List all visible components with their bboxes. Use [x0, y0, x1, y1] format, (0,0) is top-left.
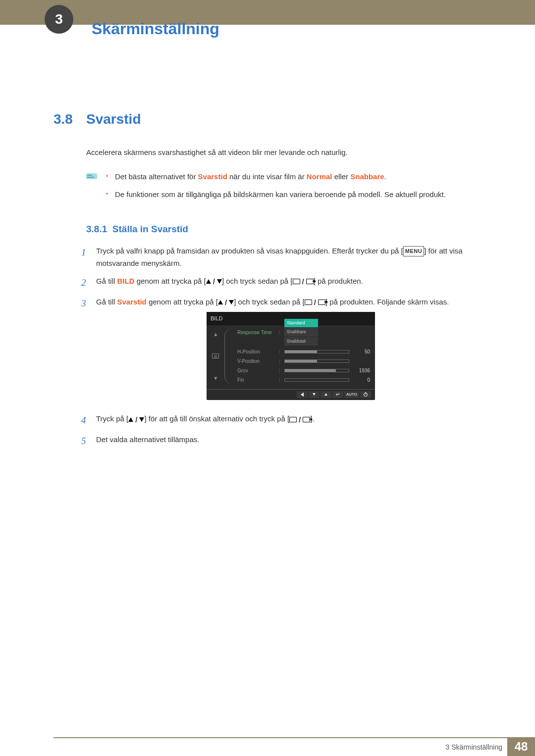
- section-number: 3.8: [54, 111, 86, 127]
- osd-down-arrow-icon: ▾: [214, 373, 217, 384]
- osd-item-label: Fin: [237, 376, 276, 384]
- osd-nav-bar: ↵ AUTO: [207, 389, 375, 398]
- step-body: Det valda alternativet tillämpas.: [96, 433, 485, 446]
- text: Gå till: [96, 298, 117, 306]
- subsection-heading: 3.8.1 Ställa in Svarstid: [86, 224, 485, 235]
- osd-nav-power-icon: [360, 391, 371, 398]
- footer: 3 Skärminställning 48: [0, 737, 535, 756]
- svg-rect-1: [87, 175, 92, 176]
- subsection-title: Ställa in Svarstid: [112, 224, 188, 234]
- note-item: De funktioner som är tillgängliga på bil…: [106, 189, 485, 201]
- chapter-badge: 3: [45, 5, 73, 34]
- updown-icon: /: [128, 416, 144, 423]
- osd-option: Snabbare: [284, 328, 318, 337]
- source-enter-icon: /: [289, 416, 310, 423]
- text: när du inte visar film är: [227, 172, 307, 181]
- osd-item-label: Grov: [237, 366, 276, 375]
- footer-text: 3 Skärminställning: [54, 737, 507, 756]
- note-item: Det bästa alternativet för Svarstid när …: [106, 171, 485, 183]
- step-number: 2: [81, 275, 96, 291]
- step-body: Tryck på valfri knapp på framsidan av pr…: [96, 245, 485, 270]
- osd-picture-icon: ▥: [212, 353, 219, 358]
- page-number: 48: [507, 737, 535, 756]
- step-body: Gå till BILD genom att trycka på [/] och…: [96, 275, 485, 288]
- highlight: Snabbare: [350, 172, 384, 181]
- text: ] och tryck sedan på [: [234, 298, 305, 306]
- section-title: Svarstid: [86, 111, 141, 127]
- osd-value: 50: [355, 348, 370, 356]
- steps-list: 1 Tryck på valfri knapp på framsidan av …: [81, 245, 485, 450]
- step-item: 4 Tryck på [/] för att gå till önskat al…: [81, 412, 485, 428]
- osd-option-selected: Standard: [284, 319, 318, 328]
- step-item: 3 Gå till Svarstid genom att trycka på […: [81, 296, 485, 407]
- step-number: 4: [81, 412, 96, 428]
- note-block: Det bästa alternativet för Svarstid när …: [86, 171, 485, 206]
- highlight: Svarstid: [198, 172, 227, 181]
- step-item: 1 Tryck på valfri knapp på framsidan av …: [81, 245, 485, 270]
- osd-nav-down-icon: [309, 391, 320, 398]
- osd-value: 0: [355, 376, 370, 384]
- text: .: [384, 172, 386, 181]
- osd-option: Snabbast: [284, 337, 318, 346]
- content: 3.8 Svarstid Accelerera skärmens svarsha…: [0, 25, 535, 450]
- osd-nav-auto: AUTO: [344, 391, 359, 398]
- updown-icon: /: [218, 299, 234, 306]
- osd-up-arrow-icon: ▴: [214, 329, 217, 340]
- osd-nav-enter-icon: ↵: [332, 391, 343, 398]
- text: Tryck på [: [96, 414, 128, 423]
- source-enter-icon: /: [305, 299, 325, 306]
- section-heading: 3.8 Svarstid: [54, 111, 485, 127]
- text: Gå till: [96, 277, 117, 285]
- subsection-number: 3.8.1: [86, 224, 107, 234]
- osd-item-label: Response Time: [237, 328, 276, 337]
- step-body: Gå till Svarstid genom att trycka på [/]…: [96, 296, 485, 407]
- osd-slider: [284, 359, 349, 363]
- svg-rect-0: [86, 173, 97, 179]
- osd-dropdown: Standard Snabbare Snabbast: [284, 319, 318, 346]
- step-item: 5 Det valda alternativet tillämpas.: [81, 433, 485, 449]
- page-title: Skärminställning: [92, 20, 219, 38]
- osd-screenshot: BILD ▴ ▥ ▾ Response Time :: [207, 312, 375, 400]
- intro-text: Accelerera skärmens svarshastighet så at…: [86, 147, 485, 158]
- updown-icon: /: [206, 278, 222, 285]
- osd-slider: [284, 378, 349, 382]
- text: ] på produkten. Följande skärm visas.: [325, 298, 449, 306]
- svg-rect-2: [87, 177, 94, 178]
- note-list: Det bästa alternativet för Svarstid när …: [106, 171, 485, 206]
- text: Det bästa alternativet för: [115, 172, 198, 181]
- menu-key-icon: MENU: [403, 246, 424, 256]
- osd-slider: [284, 350, 349, 353]
- text: ] på produkten.: [314, 277, 363, 285]
- text: Tryck på valfri knapp på framsidan av pr…: [96, 247, 403, 255]
- note-icon: [86, 172, 97, 182]
- text: genom att trycka på [: [147, 298, 218, 306]
- osd-item-label: H-Position: [237, 348, 276, 356]
- step-item: 2 Gå till BILD genom att trycka på [/] o…: [81, 275, 485, 291]
- header-bar: [0, 0, 535, 25]
- osd-nav-up-icon: [321, 391, 331, 398]
- highlight: Normal: [307, 172, 332, 181]
- step-number: 1: [81, 245, 96, 260]
- text: genom att trycka på [: [135, 277, 206, 285]
- osd-slider: [284, 369, 349, 372]
- source-enter-icon: /: [293, 278, 314, 285]
- osd-item-label: V-Position: [237, 357, 276, 365]
- highlight: Svarstid: [117, 298, 147, 306]
- step-number: 5: [81, 433, 96, 449]
- text: eller: [332, 172, 351, 181]
- step-body: Tryck på [/] för att gå till önskat alte…: [96, 412, 485, 425]
- highlight: BILD: [117, 277, 135, 285]
- osd-nav-left-icon: [297, 391, 308, 398]
- osd-value: 1936: [355, 366, 370, 375]
- text: ] och tryck sedan på [: [222, 277, 293, 285]
- text: ] för att gå till önskat alternativ och …: [144, 414, 289, 423]
- step-number: 3: [81, 296, 96, 311]
